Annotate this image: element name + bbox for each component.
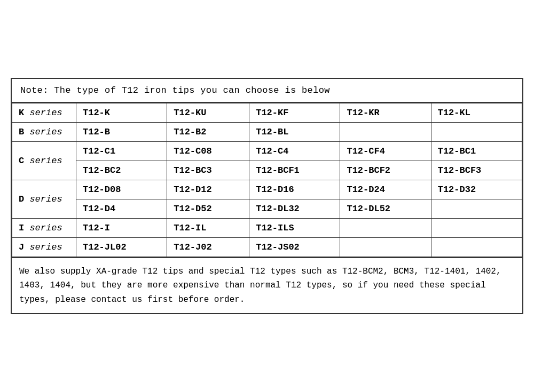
table-row: J seriesT12-JL02T12-J02T12-JS02 xyxy=(12,237,522,257)
series-letter: I xyxy=(19,223,24,233)
main-container: Note: The type of T12 iron tips you can … xyxy=(11,78,523,314)
series-cell: K series xyxy=(12,103,76,122)
tip-cell xyxy=(431,218,522,237)
tip-cell: T12-D4 xyxy=(76,199,167,218)
series-cell: D series xyxy=(12,180,76,218)
tip-cell: T12-ILS xyxy=(249,218,340,237)
series-letter: K xyxy=(19,108,24,118)
series-cell: C series xyxy=(12,141,76,180)
tip-cell: T12-JL02 xyxy=(76,237,167,257)
tip-cell: T12-BC3 xyxy=(167,161,249,180)
series-letter: J xyxy=(19,242,24,252)
tip-cell: T12-IL xyxy=(167,218,249,237)
series-letter: B xyxy=(19,127,24,137)
tip-cell xyxy=(431,199,522,218)
tip-cell: T12-BC1 xyxy=(431,141,522,161)
tip-cell: T12-B xyxy=(76,122,167,141)
tip-cell: T12-KL xyxy=(431,103,522,122)
tip-cell: T12-JS02 xyxy=(249,237,340,257)
table-row: T12-BC2T12-BC3T12-BCF1T12-BCF2T12-BCF3 xyxy=(12,161,522,180)
tip-cell: T12-D12 xyxy=(167,180,249,199)
series-cell: B series xyxy=(12,122,76,141)
tip-cell: T12-DL32 xyxy=(249,199,340,218)
table-row: D seriesT12-D08T12-D12T12-D16T12-D24T12-… xyxy=(12,180,522,199)
tip-cell xyxy=(431,122,522,141)
tip-cell: T12-D32 xyxy=(431,180,522,199)
tip-cell: T12-DL52 xyxy=(340,199,431,218)
tip-cell xyxy=(340,218,431,237)
series-cell: J series xyxy=(12,237,76,257)
tip-cell: T12-D08 xyxy=(76,180,167,199)
tip-cell: T12-BCF1 xyxy=(249,161,340,180)
tip-cell: T12-B2 xyxy=(167,122,249,141)
tip-cell: T12-I xyxy=(76,218,167,237)
tips-table: K seriesT12-KT12-KUT12-KFT12-KRT12-KLB s… xyxy=(12,103,522,257)
footer-text: We also supply XA-grade T12 tips and spe… xyxy=(12,257,522,313)
tip-cell: T12-C08 xyxy=(167,141,249,161)
tip-cell: T12-KR xyxy=(340,103,431,122)
tip-cell: T12-D24 xyxy=(340,180,431,199)
tip-cell: T12-CF4 xyxy=(340,141,431,161)
table-row: C seriesT12-C1T12-C08T12-C4T12-CF4T12-BC… xyxy=(12,141,522,161)
series-letter: C xyxy=(19,156,24,166)
table-row: B seriesT12-BT12-B2T12-BL xyxy=(12,122,522,141)
series-letter: D xyxy=(19,194,24,204)
table-row: K seriesT12-KT12-KUT12-KFT12-KRT12-KL xyxy=(12,103,522,122)
tip-cell: T12-BC2 xyxy=(76,161,167,180)
tip-cell: T12-BCF3 xyxy=(431,161,522,180)
tip-cell: T12-J02 xyxy=(167,237,249,257)
tip-cell: T12-K xyxy=(76,103,167,122)
tip-cell xyxy=(340,122,431,141)
tip-cell: T12-D52 xyxy=(167,199,249,218)
table-row: I seriesT12-IT12-ILT12-ILS xyxy=(12,218,522,237)
tip-cell: T12-KF xyxy=(249,103,340,122)
tip-cell xyxy=(431,237,522,257)
tip-cell: T12-C1 xyxy=(76,141,167,161)
tip-cell: T12-KU xyxy=(167,103,249,122)
tip-cell: T12-D16 xyxy=(249,180,340,199)
tip-cell xyxy=(340,237,431,257)
tip-cell: T12-BL xyxy=(249,122,340,141)
table-row: T12-D4T12-D52T12-DL32T12-DL52 xyxy=(12,199,522,218)
tip-cell: T12-C4 xyxy=(249,141,340,161)
note-text: Note: The type of T12 iron tips you can … xyxy=(12,79,522,103)
series-cell: I series xyxy=(12,218,76,237)
tip-cell: T12-BCF2 xyxy=(340,161,431,180)
